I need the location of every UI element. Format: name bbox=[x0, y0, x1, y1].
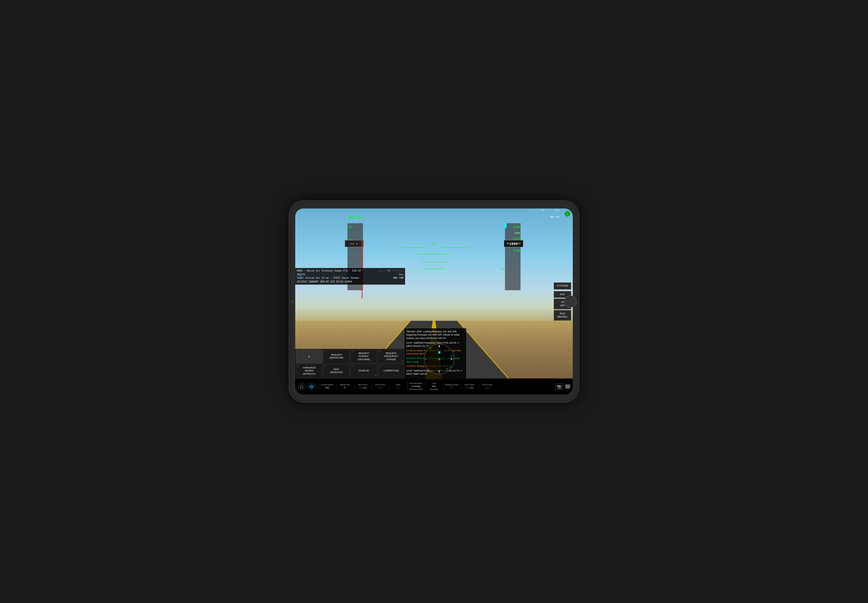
altitude-agl-value: 0° bbox=[344, 386, 346, 390]
ground-speed-value: 5kts bbox=[325, 386, 329, 390]
nav-button[interactable]: NAV bbox=[554, 291, 571, 298]
fuel-remaining-sub: 30hr34mn 100% bbox=[409, 388, 423, 391]
altitude-agl-item: Altitude AGL 0° bbox=[337, 383, 353, 390]
status-bar: 🎧 🌐 Ground Speed 5kts Altitude AGL 0° Di… bbox=[295, 379, 573, 394]
atc-info-bar: KBOI - Boise Air Terminal Gowen Fld - 11… bbox=[295, 268, 405, 284]
ete-to-dest-label: ETE to Dest bbox=[375, 383, 386, 387]
status-badge: ✓ bbox=[565, 211, 570, 216]
headset-icon[interactable]: 🎧 bbox=[298, 383, 306, 390]
altitude-cyan-marker bbox=[505, 223, 507, 228]
fuel-remaining-value: 19,565kg bbox=[411, 385, 420, 388]
compass-circle: N S E 33 3 6 12 15 ✈ bbox=[424, 343, 455, 374]
atc-top-right1: --,----ft ---° ---kts bbox=[374, 269, 403, 276]
speed-indicator: -- - bbox=[345, 240, 363, 247]
ladder-line-3 bbox=[423, 269, 445, 269]
btn2-num: 2 bbox=[324, 350, 326, 353]
btn3-num: 3 bbox=[352, 350, 353, 353]
atc-misc-messages-button[interactable]: 6 MISCMESSAGES bbox=[323, 364, 350, 378]
atc-stand-by-button[interactable]: 7 STAND BY › bbox=[351, 364, 377, 378]
atc-request-runway-crossing-button[interactable]: 3 REQUESTRUNWAYCROSSING bbox=[351, 349, 377, 363]
ete-to-dest-item: ETE to Dest —:— bbox=[372, 383, 388, 390]
ground-speed-item: Ground Speed 5kts bbox=[319, 383, 335, 390]
rwy-info: RWY 10R bbox=[550, 216, 559, 218]
btn6-label: MISCMESSAGES bbox=[330, 368, 343, 374]
ete-to-dest-value: —:— bbox=[378, 386, 383, 390]
camera-icon[interactable]: 📷 bbox=[555, 383, 563, 390]
status-bar-icons: 🎧 🌐 bbox=[298, 383, 315, 390]
fuel-remaining-item: Fuel Remaining 19,565kg 30hr34mn 100% bbox=[407, 382, 424, 391]
alt-above: 00 bbox=[507, 243, 509, 245]
atc-request-frequency-change-button[interactable]: 4 REQUESTFREQUENCYCHANGE › bbox=[378, 349, 405, 363]
compass-container: N S E 33 3 6 12 15 ✈ bbox=[424, 343, 455, 374]
vnav-label: VNAV bbox=[395, 383, 400, 387]
aircraft-symbol: △ bbox=[432, 241, 436, 246]
vnav-value: ----- bbox=[396, 386, 400, 390]
systems-button[interactable]: SYSTEMS bbox=[554, 283, 571, 289]
btn2-label: REQUESTDEPARTURE bbox=[329, 354, 343, 359]
altitude-value: 2880 bbox=[509, 242, 517, 246]
ground-speed-label: Ground Speed bbox=[321, 383, 334, 387]
btn7-num: 7 bbox=[352, 365, 353, 367]
hamburger-menu-icon[interactable] bbox=[565, 385, 570, 388]
ladder-line-1 bbox=[415, 254, 453, 254]
atc-back-button[interactable]: ‹ bbox=[296, 349, 323, 363]
btn3-label: REQUESTRUNWAYCROSSING bbox=[358, 352, 370, 361]
bearing-to-next-item: Bearing To Next —° bbox=[443, 383, 460, 390]
altitude-agl-label: Altitude AGL bbox=[340, 383, 350, 387]
altitude-tape: 3000 2900 2880 2800 2700 bbox=[505, 223, 520, 290]
btn5-label: ANNOUNCEMISSEDAPPROACH bbox=[303, 366, 316, 375]
load-item: Load 59% 60,769kg bbox=[425, 382, 442, 391]
altitude-indicator: 00 2880 60 bbox=[504, 240, 523, 247]
dist-to-dest-item: Dist to Dest —.—nm bbox=[354, 383, 371, 390]
btn4-num: 4 bbox=[379, 350, 380, 353]
dist-to-next-label: Dist to Next bbox=[465, 383, 474, 387]
load-sub: 60,769kg bbox=[430, 388, 438, 391]
globe-icon[interactable]: 🌐 bbox=[307, 383, 315, 390]
btn8-label: CORRECTION bbox=[383, 369, 398, 372]
btn4-arrow: › bbox=[402, 359, 403, 362]
device-frame: OAT 18c 40 30 -- - 3000 2900 2880 2800 2… bbox=[289, 201, 579, 402]
atc-announce-missed-approach-button[interactable]: 5 ANNOUNCEMISSEDAPPROACH bbox=[296, 364, 323, 378]
right-buttons-panel: SYSTEMS NAV APOFF RUDBRAKES bbox=[554, 283, 573, 320]
btn7-arrow: › bbox=[375, 373, 376, 377]
status-check-icon: ✓ bbox=[566, 213, 568, 215]
dist-to-dest-value: —.—nm bbox=[359, 386, 366, 390]
bearing-to-next-label: Bearing To Next bbox=[445, 383, 459, 387]
screen: OAT 18c 40 30 -- - 3000 2900 2880 2800 2… bbox=[295, 209, 573, 394]
dist-to-next-item: Dist to Next —.—nm bbox=[461, 383, 478, 390]
compass-ticks-svg bbox=[424, 344, 455, 374]
atc-top-right2: RWY 10R bbox=[374, 276, 403, 280]
atc-info-line1: KBOI - Boise Air Terminal Gowen Fld - 11… bbox=[297, 269, 372, 276]
btn6-num: 6 bbox=[324, 365, 326, 367]
ete-to-next-value: —:— bbox=[485, 386, 490, 390]
vnav-item: VNAV ----- bbox=[389, 383, 406, 390]
dist-to-next-value: —.—nm bbox=[466, 386, 473, 390]
atc-correction-button[interactable]: 8 CORRECTION bbox=[378, 364, 405, 378]
ap-off-button[interactable]: APOFF bbox=[554, 299, 571, 309]
dist-to-dest-label: Dist to Dest bbox=[358, 383, 367, 387]
btn4-label: REQUESTFREQUENCYCHANGE bbox=[384, 352, 398, 361]
zero-indicator: 0 bbox=[501, 267, 503, 271]
rud-brakes-button[interactable]: RUDBRAKES bbox=[554, 310, 571, 320]
btn8-num: 8 bbox=[379, 365, 380, 367]
svg-point-8 bbox=[425, 344, 454, 374]
camera-symbol: 📷 bbox=[557, 384, 562, 389]
bearing-to-next-value: —° bbox=[450, 386, 453, 390]
ete-to-next-label: ETE to Next bbox=[482, 383, 493, 387]
message-0: Altimeter 2994. Landing Runways 10L and … bbox=[406, 330, 465, 340]
atc-request-departure-button[interactable]: 2 REQUESTDEPARTURE bbox=[323, 349, 350, 363]
blue-dot-indicator bbox=[300, 275, 301, 277]
alt-below: 60 bbox=[518, 243, 521, 245]
speed-value: -- - bbox=[350, 242, 358, 246]
load-label: Load bbox=[432, 382, 436, 385]
load-value: 59% bbox=[432, 385, 436, 388]
atc-info-line3: 251353Z 14004KT 3SM HZ CLR 19/14 A2994 bbox=[297, 280, 372, 284]
sky-background bbox=[295, 209, 573, 324]
btn7-label: STAND BY bbox=[358, 369, 369, 372]
atc-buttons-panel: ‹ 2 REQUESTDEPARTURE 3 REQUESTRUNWAYCROS… bbox=[295, 349, 405, 379]
btn5-num: 5 bbox=[297, 365, 298, 367]
fps-info: --,----ft ---° ---kts bbox=[532, 209, 559, 212]
altitude-tape-numbers: 3000 2900 2880 2800 2700 bbox=[505, 223, 520, 255]
atc-info-line2: Tower Active for 23 mn - IFATC Varun Seh… bbox=[297, 276, 372, 280]
ete-to-next-item: ETE to Next —:— bbox=[479, 383, 495, 390]
